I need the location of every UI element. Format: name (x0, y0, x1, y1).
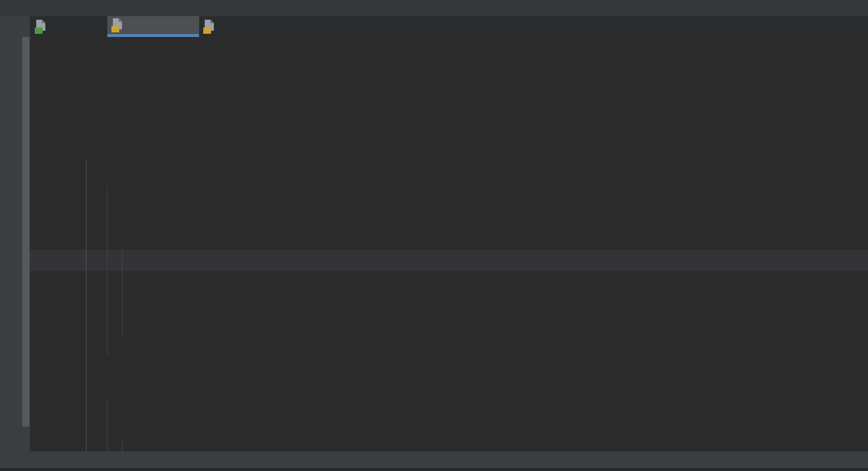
indent-guide (107, 186, 108, 355)
project-panel-edge[interactable] (0, 16, 30, 471)
breadcrumb-bar (0, 451, 868, 468)
top-toolbar-strip (0, 0, 868, 16)
panel-scrollbar[interactable] (22, 37, 30, 427)
indent-guide (122, 441, 123, 451)
code-editor[interactable] (30, 37, 868, 451)
bottom-strip (0, 468, 868, 471)
indent-guide (107, 399, 108, 451)
tab-vite-config-js[interactable] (107, 16, 199, 37)
caret-line-highlight (30, 250, 868, 271)
js-file-icon (111, 18, 123, 32)
tab-main-js[interactable] (199, 16, 271, 37)
indent-guide (122, 250, 123, 334)
tab-index-vue[interactable] (30, 16, 107, 37)
vue-file-icon (35, 20, 47, 34)
editor-tab-bar (30, 16, 868, 37)
js-file-icon (203, 20, 215, 34)
fold-range-line (86, 160, 87, 451)
